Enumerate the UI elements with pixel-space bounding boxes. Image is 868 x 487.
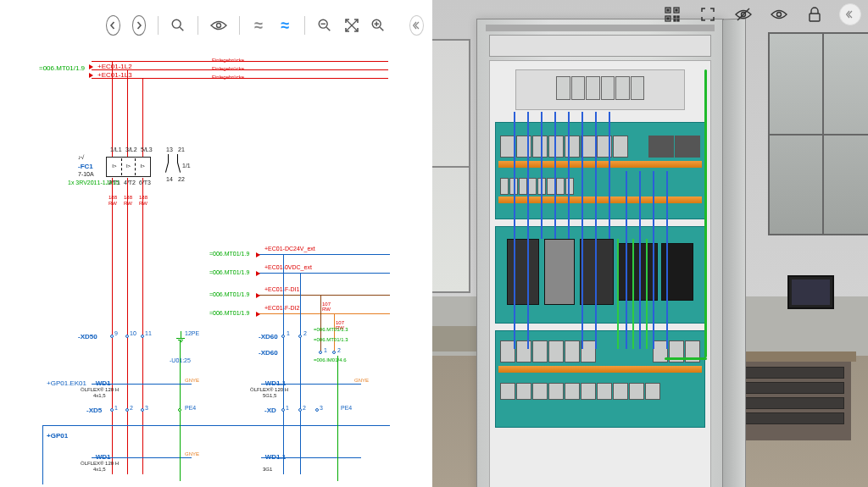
prev-page-button[interactable] [106, 15, 120, 36]
cable-group: +GP01.EK01 [47, 379, 86, 387]
svg-rect-18 [667, 18, 669, 19]
drive-1 [507, 239, 539, 305]
workshop-window [432, 39, 470, 293]
term-label: 5/L3 [141, 147, 153, 152]
eye-off-icon[interactable] [732, 3, 754, 25]
drive-2 [544, 239, 575, 305]
qr-code-icon[interactable] [661, 3, 683, 25]
cable-route [704, 69, 707, 357]
wave-active-icon[interactable]: ≈ [278, 14, 292, 36]
terminal-tag: -XD60 [259, 333, 278, 340]
workshop-window [768, 32, 868, 235]
workshop-monitor [787, 275, 834, 309]
cabinet-door [722, 19, 746, 487]
eye-icon[interactable] [210, 14, 227, 36]
bridge-label: Einlegebrücke [212, 58, 244, 63]
next-page-button[interactable] [132, 15, 147, 36]
schematic-panel: ≈ ≈ ⋯ [0, 0, 432, 487]
term-label: 1/L1 [110, 147, 122, 152]
io-module [617, 243, 658, 301]
group-tag: +GP01 [47, 432, 68, 440]
svg-point-25 [777, 13, 782, 17]
collapse-left-button[interactable] [409, 15, 424, 36]
bridge-label: Einlegebrücke [212, 75, 244, 80]
term-label: 3/L2 [125, 147, 137, 152]
svg-rect-21 [674, 19, 676, 21]
plc-cpu [580, 239, 614, 305]
schematic-canvas[interactable]: =006.MT01/1.9 +EC01-1L2 +EC01-1L3 Einleg… [0, 51, 432, 487]
svg-point-2 [216, 24, 220, 28]
fullscreen-icon[interactable] [697, 3, 719, 25]
term-label: 13 [166, 147, 173, 152]
3d-view-panel[interactable] [432, 0, 868, 487]
control-cabinet[interactable] [476, 19, 724, 487]
wave-inactive-icon[interactable]: ≈ [251, 14, 265, 36]
range-label: 7-10A [78, 171, 94, 177]
svg-line-5 [326, 27, 330, 30]
term-label: 21 [178, 147, 185, 152]
svg-rect-26 [810, 14, 820, 21]
search-icon[interactable] [170, 14, 186, 36]
collapse-right-button[interactable] [839, 3, 861, 25]
zoom-in-icon[interactable] [370, 14, 386, 36]
svg-point-0 [172, 19, 181, 28]
bridge-label: Einlegebrücke [212, 66, 244, 71]
schematic-toolbar: ≈ ≈ [0, 0, 432, 51]
svg-rect-20 [677, 16, 679, 18]
svg-rect-19 [674, 16, 676, 18]
svg-rect-16 [676, 9, 677, 11]
svg-rect-14 [667, 9, 669, 11]
breaker-row [556, 76, 644, 100]
svg-line-11 [381, 27, 384, 30]
fit-screen-icon[interactable] [344, 14, 359, 36]
zoom-out-icon[interactable] [317, 14, 332, 36]
contactor-row [500, 136, 700, 158]
lock-icon[interactable] [804, 3, 826, 25]
svg-line-1 [180, 27, 183, 30]
ref-label: =006.MT01/1.9 [39, 64, 85, 72]
terminal-tag: -XD50 [78, 333, 97, 340]
3d-toolbar [661, 3, 861, 25]
svg-rect-22 [677, 19, 679, 21]
eye-on-icon[interactable] [768, 3, 790, 25]
component-tag: -FC1 [78, 163, 93, 170]
